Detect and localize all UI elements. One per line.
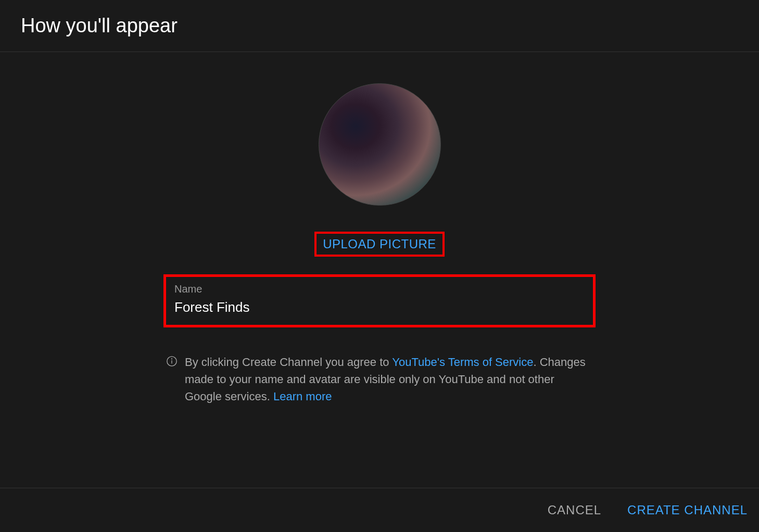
- name-input[interactable]: [174, 299, 585, 315]
- info-icon: [166, 356, 178, 369]
- name-field-highlight: Name: [163, 274, 596, 327]
- modal-title: How you'll appear: [21, 15, 738, 37]
- modal-footer: CANCEL CREATE CHANNEL: [0, 488, 759, 532]
- upload-picture-button[interactable]: UPLOAD PICTURE: [318, 236, 441, 252]
- name-field-container[interactable]: Name: [166, 277, 593, 325]
- svg-point-2: [172, 359, 172, 359]
- terms-text: By clicking Create Channel you agree to …: [185, 353, 593, 405]
- terms-of-service-link[interactable]: YouTube's Terms of Service: [392, 356, 533, 369]
- modal-content: UPLOAD PICTURE Name By clicking Create C…: [0, 52, 759, 405]
- terms-section: By clicking Create Channel you agree to …: [166, 353, 593, 405]
- learn-more-link[interactable]: Learn more: [273, 390, 332, 403]
- upload-button-highlight: UPLOAD PICTURE: [314, 232, 445, 257]
- create-channel-button[interactable]: CREATE CHANNEL: [627, 503, 748, 517]
- name-field-label: Name: [174, 283, 585, 295]
- avatar-preview: [319, 83, 441, 206]
- terms-text-before: By clicking Create Channel you agree to: [185, 356, 392, 369]
- cancel-button[interactable]: CANCEL: [548, 503, 601, 517]
- modal-header: How you'll appear: [0, 0, 759, 52]
